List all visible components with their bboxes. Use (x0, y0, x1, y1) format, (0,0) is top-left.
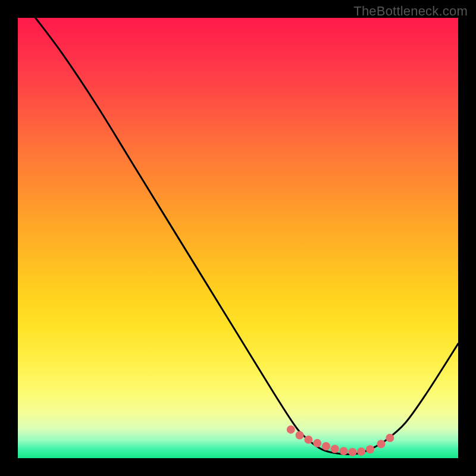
watermark: TheBottleneck.com (353, 4, 468, 19)
marker-dot (366, 445, 374, 453)
marker-dot (377, 440, 386, 448)
marker-dots (287, 425, 394, 456)
marker-dot (304, 436, 312, 444)
marker-dot (348, 448, 356, 456)
marker-dot (357, 447, 365, 456)
plot-area (18, 18, 458, 458)
marker-dot (386, 434, 394, 442)
marker-dot (340, 447, 348, 455)
marker-dot (331, 444, 339, 453)
curve-line (36, 18, 458, 455)
marker-dot (313, 439, 321, 447)
marker-dot (296, 431, 304, 440)
curve-path (36, 18, 458, 455)
marker-dot (322, 442, 330, 450)
marker-dot (287, 425, 295, 434)
chart-svg (18, 18, 458, 458)
